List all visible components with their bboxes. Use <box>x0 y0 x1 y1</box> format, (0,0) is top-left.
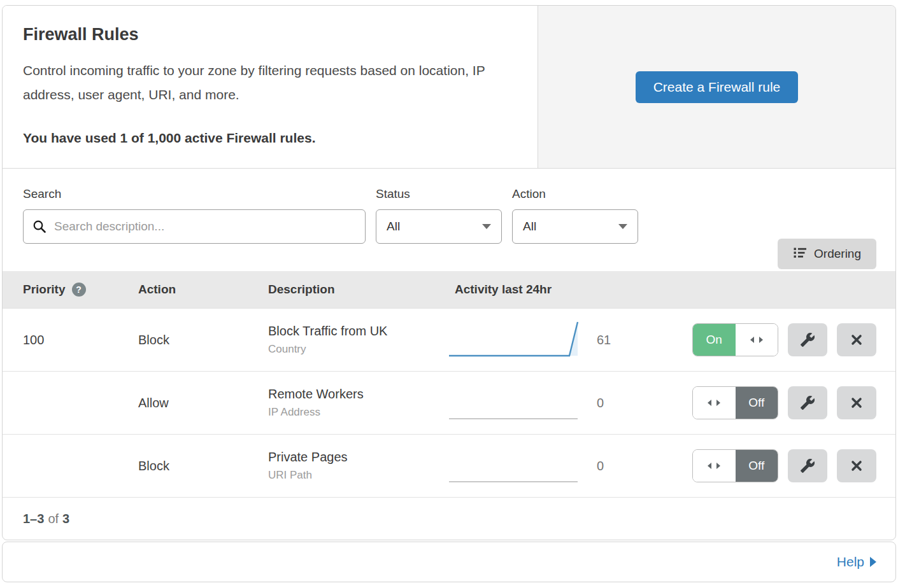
status-select[interactable]: All <box>376 209 502 244</box>
firewall-rules-table: Priority ? Action Description Activity l… <box>3 271 895 497</box>
help-bar: Help <box>2 542 896 582</box>
create-firewall-rule-button[interactable]: Create a Firewall rule <box>636 71 799 103</box>
spacer <box>366 187 376 271</box>
column-description: Description <box>268 283 455 297</box>
rule-description-cell: Block Traffic from UK Country <box>268 324 455 356</box>
activity-sparkline <box>455 446 592 486</box>
activity-sparkline <box>455 320 592 360</box>
chevron-down-icon <box>482 224 491 229</box>
arrow-right-icon <box>870 557 876 567</box>
wrench-icon <box>800 458 815 473</box>
rule-action: Block <box>138 459 268 473</box>
toggle-off-segment: Off <box>736 387 778 419</box>
page-total: 3 <box>62 512 69 526</box>
rule-description: Block Traffic from UK <box>268 324 455 339</box>
page-range: 1–3 <box>23 512 44 526</box>
close-icon <box>850 459 864 473</box>
column-activity: Activity last 24hr <box>455 283 592 297</box>
pagination-summary: 1–3 of 3 <box>3 497 895 540</box>
action-select-value: All <box>523 220 536 234</box>
rule-match-type: URI Path <box>268 469 455 482</box>
rule-priority: 100 <box>23 333 138 347</box>
delete-rule-button[interactable] <box>837 323 876 356</box>
chevron-down-icon <box>618 224 627 229</box>
search-box <box>23 209 366 244</box>
activity-count: 0 <box>592 459 649 473</box>
header-action-panel: Create a Firewall rule <box>538 6 895 168</box>
rule-controls: Off <box>649 386 895 419</box>
toggle-on-segment: On <box>693 324 736 356</box>
activity-count: 0 <box>592 396 649 410</box>
wrench-icon <box>800 395 815 410</box>
edit-rule-button[interactable] <box>788 386 827 419</box>
column-action: Action <box>138 283 268 297</box>
filter-bar: Search Status All Action <box>3 169 895 271</box>
rule-description-cell: Remote Workers IP Address <box>268 387 455 419</box>
rule-description: Private Pages <box>268 450 455 465</box>
help-link-label: Help <box>837 554 864 570</box>
table-row: 100 Block Block Traffic from UK Country … <box>3 308 895 371</box>
action-filter-group: Action All <box>512 187 638 271</box>
page-range-of: of <box>48 512 59 526</box>
toggle-off-segment: Off <box>736 450 778 482</box>
delete-rule-button[interactable] <box>837 449 876 482</box>
usage-summary: You have used 1 of 1,000 active Firewall… <box>23 130 517 146</box>
page-title: Firewall Rules <box>23 25 517 45</box>
rule-description: Remote Workers <box>268 387 455 402</box>
activity-sparkline <box>455 383 592 423</box>
priority-help-icon[interactable]: ? <box>72 283 86 297</box>
rule-action: Allow <box>138 396 268 410</box>
list-ordering-icon <box>793 246 807 263</box>
ordering-button[interactable]: Ordering <box>778 239 876 269</box>
status-label: Status <box>376 187 502 201</box>
rule-controls: On <box>649 323 895 356</box>
table-row: Block Private Pages URI Path 0 <box>3 434 895 497</box>
ordering-button-label: Ordering <box>814 247 861 261</box>
rule-enabled-toggle[interactable]: On <box>692 323 778 356</box>
search-input[interactable] <box>23 209 366 244</box>
rule-enabled-toggle[interactable]: Off <box>692 449 778 482</box>
edit-rule-button[interactable] <box>788 323 827 356</box>
column-priority: Priority ? <box>23 283 138 297</box>
close-icon <box>850 333 864 347</box>
rule-description-cell: Private Pages URI Path <box>268 450 455 482</box>
header-section: Firewall Rules Control incoming traffic … <box>3 6 895 169</box>
activity-count: 61 <box>592 333 649 347</box>
status-filter-group: Status All <box>376 187 502 271</box>
search-label: Search <box>23 187 366 201</box>
search-filter-group: Search <box>23 187 366 271</box>
firewall-rules-page: Firewall Rules Control incoming traffic … <box>0 0 898 587</box>
left-right-arrows-icon <box>706 461 722 471</box>
wrench-icon <box>800 332 815 347</box>
action-select[interactable]: All <box>512 209 638 244</box>
help-link[interactable]: Help <box>837 554 876 570</box>
left-right-arrows-icon <box>706 398 722 408</box>
left-right-arrows-icon <box>749 335 764 345</box>
close-icon <box>850 396 864 410</box>
action-label: Action <box>512 187 638 201</box>
rule-action: Block <box>138 333 268 347</box>
table-header-row: Priority ? Action Description Activity l… <box>3 271 895 308</box>
rule-enabled-toggle[interactable]: Off <box>692 386 778 419</box>
toggle-knob <box>736 324 778 356</box>
delete-rule-button[interactable] <box>837 386 876 419</box>
firewall-rules-card: Firewall Rules Control incoming traffic … <box>2 5 896 540</box>
edit-rule-button[interactable] <box>788 449 827 482</box>
toggle-knob <box>693 450 736 482</box>
table-row: Allow Remote Workers IP Address 0 <box>3 371 895 434</box>
toggle-knob <box>693 387 736 419</box>
rule-match-type: IP Address <box>268 406 455 419</box>
search-icon <box>32 219 47 234</box>
header-intro: Firewall Rules Control incoming traffic … <box>3 6 538 168</box>
spacer <box>502 187 512 271</box>
column-priority-label: Priority <box>23 283 66 297</box>
rule-match-type: Country <box>268 343 455 356</box>
status-select-value: All <box>387 220 400 234</box>
rule-controls: Off <box>649 449 895 482</box>
page-description: Control incoming traffic to your zone by… <box>23 59 510 107</box>
